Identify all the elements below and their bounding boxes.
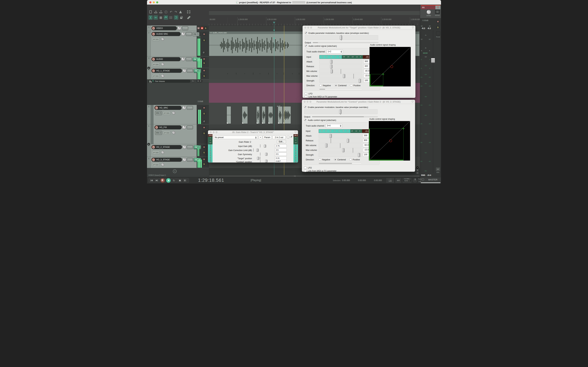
track-name-pill[interactable]: VO_3_STAGE bbox=[151, 158, 182, 162]
track-name-pill[interactable]: VO_FIX bbox=[154, 125, 182, 129]
max-volume-slider[interactable] bbox=[319, 74, 362, 78]
grid-icon[interactable]: ▦ bbox=[159, 15, 163, 20]
solo-button[interactable]: S bbox=[203, 112, 206, 115]
midi-link-checkbox[interactable] bbox=[304, 170, 306, 172]
release-slider[interactable] bbox=[319, 139, 361, 143]
attack-slider[interactable] bbox=[319, 134, 361, 138]
sidechain-checkbox[interactable] bbox=[305, 45, 307, 47]
audio-clip[interactable] bbox=[278, 106, 283, 124]
stop-button[interactable] bbox=[177, 179, 182, 182]
direction-centered-radio[interactable] bbox=[335, 84, 337, 87]
volume-knob[interactable] bbox=[182, 125, 186, 129]
trim-knob[interactable] bbox=[161, 163, 164, 166]
route-button[interactable]: Route bbox=[186, 57, 192, 61]
gain-correction-slider[interactable] bbox=[256, 149, 259, 151]
direction-positive-radio[interactable] bbox=[350, 84, 352, 87]
track-panel-audio[interactable]: 3 AUDIO Route FX trim M S bbox=[147, 57, 209, 68]
target-position-slider[interactable] bbox=[257, 157, 259, 160]
solo-button[interactable]: S bbox=[203, 163, 206, 166]
track-panel-vo1-stage[interactable]: 4 ▲ VO_1_STAGE Route FX trim M S bbox=[147, 68, 209, 79]
track-name-pill[interactable]: VO_1_STAGE bbox=[151, 69, 182, 73]
route-button[interactable]: Route bbox=[186, 32, 192, 36]
track-panel-audio-src[interactable]: 2 AUDIO SRC Route FX trim M S Ø bbox=[147, 31, 209, 57]
close-button[interactable] bbox=[304, 101, 306, 103]
release-slider[interactable] bbox=[319, 65, 362, 68]
track-name-pill[interactable]: VO_SRC bbox=[154, 106, 182, 110]
midi-link-checkbox[interactable] bbox=[305, 95, 307, 98]
automation-mode[interactable]: none ▼ bbox=[403, 180, 411, 182]
repeat-button[interactable]: ↻ bbox=[172, 179, 176, 182]
record-arm-button[interactable] bbox=[152, 158, 155, 161]
playhead-marker[interactable] bbox=[273, 22, 275, 24]
selection-mode-icon[interactable] bbox=[186, 10, 191, 14]
dialog-titlebar[interactable]: Parameter Modulation/Link for "Context" … bbox=[302, 100, 415, 104]
route-button[interactable]: Route bbox=[187, 69, 193, 73]
minimize-button[interactable] bbox=[307, 27, 309, 29]
envelope-pill[interactable]: Trim Volume bbox=[148, 80, 191, 83]
param-button[interactable]: Param bbox=[263, 135, 272, 139]
envelope-points-icon[interactable] bbox=[164, 15, 168, 20]
time-signature[interactable]: 4/4 bbox=[395, 177, 402, 183]
route-button[interactable]: Route bbox=[182, 26, 188, 30]
route-button[interactable]: Route bbox=[187, 106, 193, 110]
strength-slider[interactable] bbox=[319, 153, 361, 157]
new-project-icon[interactable] bbox=[148, 10, 153, 14]
track-name-pill[interactable]: AUDIO SRC bbox=[151, 32, 181, 36]
solo-button[interactable]: S bbox=[203, 132, 206, 135]
master-mute[interactable]: M bbox=[437, 20, 439, 23]
master-pan-knob[interactable] bbox=[427, 10, 431, 14]
trim-knob[interactable] bbox=[161, 74, 164, 77]
solo-button[interactable]: S bbox=[204, 27, 207, 30]
record-arm-button[interactable] bbox=[152, 26, 155, 30]
pause-button[interactable] bbox=[182, 179, 187, 182]
record-arm-button[interactable] bbox=[155, 126, 158, 129]
trim-envelope-button[interactable]: trim bbox=[152, 163, 160, 167]
zoom-button[interactable] bbox=[310, 27, 312, 29]
audio-clip[interactable] bbox=[242, 106, 248, 124]
save-project-icon[interactable]: ▲ bbox=[153, 10, 158, 14]
edit-button[interactable]: Edit... bbox=[277, 140, 286, 143]
track-panel-vo-fix[interactable]: 6 VO_FIX Route FX trim M S bbox=[147, 124, 209, 144]
zoom-button[interactable] bbox=[216, 131, 218, 133]
audio-clip[interactable] bbox=[256, 106, 260, 124]
master-fx-button[interactable]: FX bbox=[421, 6, 435, 9]
snap-icon[interactable] bbox=[169, 15, 173, 20]
play-button[interactable] bbox=[166, 178, 171, 183]
target-position-value[interactable]: 0.31 bbox=[275, 157, 287, 160]
solo-button[interactable]: S bbox=[203, 151, 206, 154]
master-solo[interactable]: S bbox=[437, 26, 439, 29]
add-track-button[interactable]: + bbox=[173, 169, 176, 173]
audio-clip[interactable] bbox=[262, 106, 265, 124]
master-fx-power-button[interactable] bbox=[435, 6, 440, 9]
context-position-value[interactable]: 0.807 bbox=[275, 160, 287, 163]
channel-select[interactable]: 3+4 bbox=[326, 124, 342, 128]
strength-slider[interactable] bbox=[319, 79, 362, 83]
channel-select[interactable]: 1+2 bbox=[327, 50, 343, 54]
gain-symmetry-value[interactable]: 0.5 bbox=[275, 152, 287, 156]
pencil-mode-icon[interactable] bbox=[186, 15, 191, 20]
param-mod-dialog-target[interactable]: Parameter Modulation/Link for "Target" p… bbox=[302, 25, 415, 98]
close-button[interactable] bbox=[304, 27, 306, 29]
zoom-out-icon[interactable]: − bbox=[416, 172, 419, 174]
envelope-lane-trim-volume[interactable]: Trim Volume ⚙▼ bbox=[147, 79, 209, 83]
tempo-box[interactable]: ♩= 120 bbox=[386, 177, 394, 183]
volume-knob[interactable] bbox=[183, 69, 186, 73]
baseline-handle[interactable] bbox=[339, 110, 342, 114]
trim-envelope-button[interactable]: trim bbox=[152, 151, 160, 154]
scrollbar-grip[interactable] bbox=[294, 175, 296, 177]
record-arm-button[interactable] bbox=[152, 145, 155, 149]
auto-crossfade-icon[interactable]: ╳ bbox=[148, 15, 153, 20]
volume-knob[interactable] bbox=[178, 26, 181, 30]
timeline-ruler[interactable]: :50.000 1:29:00.000 1:29:10.000 1:29:20.… bbox=[209, 17, 420, 25]
pin-icon[interactable] bbox=[412, 26, 414, 29]
enable-modulation-checkbox[interactable] bbox=[304, 106, 306, 108]
cursor-handle[interactable] bbox=[274, 38, 275, 39]
record-arm-button[interactable] bbox=[155, 106, 158, 109]
audio-clip[interactable] bbox=[268, 106, 273, 124]
volume-knob[interactable] bbox=[181, 32, 185, 36]
track-panel-vo2-stage[interactable]: 7 ▲ VO_2_STAGE Route FX trim M S bbox=[147, 144, 209, 157]
direction-positive-radio[interactable] bbox=[349, 158, 352, 161]
direction-negative-radio[interactable] bbox=[319, 84, 322, 87]
mono-button[interactable] bbox=[435, 9, 440, 14]
solo-button[interactable]: S bbox=[203, 75, 206, 77]
